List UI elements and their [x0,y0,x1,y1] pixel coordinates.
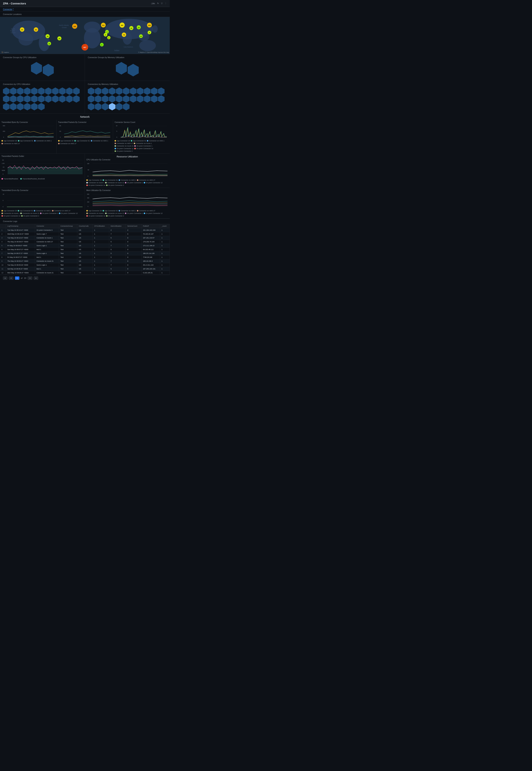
svg-text:2G: 2G [2,159,4,161]
table-cell: 1 [93,267,109,271]
row-number: 2 [0,232,6,236]
logs-title: Connector Logs [0,219,170,224]
table-cell: On prem Connector 6 [35,228,59,232]
filter-icon[interactable]: ▽ [161,2,163,5]
hex-item [123,103,129,110]
table-cell: 0 [126,232,141,236]
table-cell: 1 [93,251,109,255]
mem-util-panel: Mem Utilization By Connector 600 400 200… [85,188,170,218]
table-cell: tes2-1 [35,267,59,271]
table-cell: 1 [160,228,170,232]
svg-text:5: 5 [117,131,117,132]
hex-item [128,64,139,76]
mem-util-legend: App Connector 29 App Connector 91 Connec… [86,210,168,217]
table-cell: 0 [126,255,141,259]
time-range[interactable]: -24h [151,2,155,5]
table-cell: Connector on Azure 21 [35,259,59,263]
table-cell: Thu May 24 08:09:07 +0000 [6,240,35,244]
col-ip: PublicIP [141,224,160,228]
hex-item [102,103,108,110]
next-page-button[interactable]: > [28,276,32,280]
hex-item [116,103,122,110]
service-count-chart: 10 5 0 [115,124,168,139]
svg-text:10: 10 [140,36,142,37]
table-cell: 1 [93,255,109,259]
settings-icon[interactable]: ⋮ [165,2,167,5]
svg-text:10: 10 [3,193,4,195]
hex-item [88,95,94,103]
hex-item [3,103,10,110]
hex-item [38,87,45,95]
svg-text:400: 400 [87,197,89,198]
last-page-button[interactable]: » [34,276,38,280]
svg-text:Ocean: Ocean [62,27,67,28]
mem-connectors-panel: Connectors by Memory Utilization [85,81,170,113]
table-cell: 1 [93,259,109,263]
table-cell: Test [59,255,77,259]
outlier-chart: 2G 1.5G 1G 500M 0 [1,158,83,177]
svg-text:22: 22 [131,27,132,29]
table-cell: 7748.28.248 [141,255,160,259]
service-count-title: Connector Service Count [115,121,168,123]
table-cell: 178.206.79.194 [141,240,160,244]
errors-panel: Transmitted Errors By Connector 10 5 0 A… [0,188,85,218]
hex-item [38,95,45,103]
hex-item [24,87,31,95]
svg-text:Ocean: Ocean [11,32,16,34]
svg-text:0: 0 [3,173,4,175]
table-cell: Test [59,271,77,275]
hex-item [109,87,115,95]
map-container[interactable]: North Pacific Ocean North Atlantic Ocean… [0,17,170,54]
table-cell: 187.255.220.191 [141,267,160,271]
hex-item [45,87,52,95]
table-cell: 1 [93,271,109,275]
table-cell: 187.181.219.57 [141,236,160,240]
table-row: 2Wed May 24 08:10:47 +0000Sumo Logic 7Te… [0,232,170,236]
table-cell: Test [59,259,77,263]
table-cell: 7 [109,263,126,267]
table-cell: Fri May 24 08:09:07 +0000 [6,244,35,248]
table-header-row: LogTimestamp Connector ConnectorGroup Co… [0,224,170,228]
table-cell: 2 [109,228,126,232]
row-number: 12 [0,271,6,275]
table-row: 4Thu May 24 08:09:07 +0000Connector on A… [0,240,170,244]
svg-text:1.5G: 1.5G [2,163,5,164]
table-cell: 1 [160,244,170,248]
table-cell: 5 [109,271,126,275]
table-row: 1Tue May 24 08:10:47 +0000On prem Connec… [0,228,170,232]
table-cell: 1 [93,236,109,240]
table-cell: Test [59,240,77,244]
table-cell: 0 [126,248,141,251]
table-cell: Test [59,263,77,267]
connector-value[interactable]: * [13,8,14,11]
table-row: 3Tue May 24 08:10:47 +0000Connector on A… [0,236,170,240]
svg-text:600: 600 [87,193,89,195]
row-number: 7 [0,251,6,255]
col-rownum [0,224,6,228]
prev-page-button[interactable]: < [9,276,13,280]
svg-text:200: 200 [87,201,89,203]
svg-text:Pacific: Pacific [10,30,15,32]
row-number: 10 [0,263,6,267]
logs-section: Connector Logs LogTimestamp Connector Co… [0,219,170,281]
first-page-button[interactable]: « [3,276,7,280]
table-cell: 5 [109,267,126,271]
outlier-legend: TransmittedPackets TransmittedPackets_th… [1,178,83,180]
table-cell: Connector on Azure 1 [35,236,59,240]
table-cell: Wed May 24 08:10:47 +0000 [6,232,35,236]
table-cell: US [77,232,93,236]
table-cell: Sumo Logic-1 [35,263,59,267]
table-cell: 1 [160,263,170,267]
packets-legend: App Connector 29 App Connector 91 Connec… [58,140,112,144]
refresh-icon[interactable]: ↻ [157,2,159,5]
mem-hex-grid [88,87,167,111]
svg-point-2 [18,33,33,46]
mem-groups-panel: Connector Groups by Memory Utilization [85,54,170,81]
table-cell: 5 [109,240,126,244]
table-cell: US [77,267,93,271]
svg-text:2G: 2G [59,131,61,132]
hex-item [130,87,137,95]
table-cell: Connector on AWS 27 [35,240,59,244]
svg-text:6: 6 [101,44,102,46]
hex-item [31,62,42,75]
